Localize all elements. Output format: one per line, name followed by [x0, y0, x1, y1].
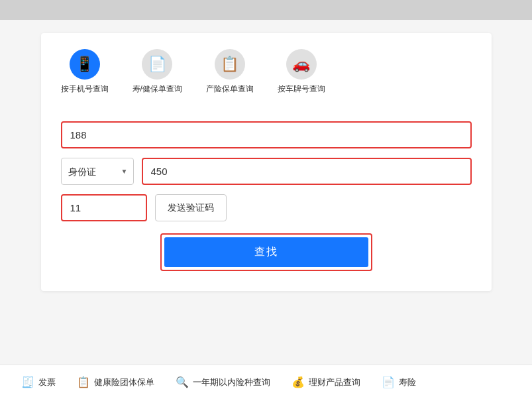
phone-input[interactable] — [62, 123, 470, 147]
tab-life-icon: 📄 — [142, 49, 172, 80]
footer-short-label: 一年期以内险种查询 — [193, 376, 270, 388]
tab-property-label: 产险保单查询 — [206, 84, 254, 95]
tab-row: 📱 按手机号查询 📄 寿/健保单查询 📋 产险保单查询 🚗 按车牌号查询 — [61, 49, 472, 105]
id-number-field-wrapper — [142, 158, 472, 185]
id-type-select[interactable]: 身份证 护照 港澳通行证 — [68, 160, 127, 184]
tab-car-label: 按车牌号查询 — [278, 84, 325, 95]
tab-phone-label: 按手机号查询 — [61, 84, 109, 95]
search-icon: 🔍 — [176, 376, 189, 388]
footer-short-term[interactable]: 🔍 一年期以内险种查询 — [165, 376, 281, 388]
footer-invoice-label: 发票 — [38, 376, 56, 388]
footer-group[interactable]: 📋 健康险团体保单 — [66, 376, 165, 388]
search-btn-wrapper: 查找 — [160, 233, 372, 271]
tab-life[interactable]: 📄 寿/健保单查询 — [133, 49, 182, 95]
footer-wealth-label: 理财产品查询 — [309, 376, 360, 388]
id-type-select-wrapper[interactable]: 身份证 护照 港澳通行证 ▼ — [61, 158, 134, 185]
life2-icon: 📄 — [382, 376, 395, 388]
query-card: 📱 按手机号查询 📄 寿/健保单查询 📋 产险保单查询 🚗 按车牌号查询 — [41, 33, 492, 291]
group-icon: 📋 — [77, 376, 90, 388]
footer-life2[interactable]: 📄 寿险 — [371, 376, 427, 388]
send-code-button[interactable]: 发送验证码 — [155, 194, 227, 221]
search-btn-area: 查找 — [61, 231, 472, 271]
tab-phone-icon: 📱 — [70, 49, 100, 80]
verification-code-input[interactable] — [62, 196, 146, 220]
footer-bar: 🧾 发票 📋 健康险团体保单 🔍 一年期以内险种查询 💰 理财产品查询 📄 寿险 — [0, 365, 532, 399]
invoice-icon: 🧾 — [21, 376, 34, 388]
tab-property-icon: 📋 — [215, 49, 245, 80]
id-number-input[interactable] — [143, 159, 470, 184]
footer-life2-label: 寿险 — [399, 376, 416, 388]
tab-car-icon: 🚗 — [286, 49, 317, 80]
tab-property[interactable]: 📋 产险保单查询 — [206, 49, 254, 95]
footer-group-label: 健康险团体保单 — [94, 376, 154, 388]
search-button[interactable]: 查找 — [164, 237, 368, 267]
main-content: 📱 按手机号查询 📄 寿/健保单查询 📋 产险保单查询 🚗 按车牌号查询 — [0, 20, 532, 365]
id-row: 身份证 护照 港澳通行证 ▼ — [61, 158, 472, 185]
footer-invoice[interactable]: 🧾 发票 — [11, 376, 66, 388]
verification-code-field-wrapper — [61, 194, 147, 221]
tab-phone[interactable]: 📱 按手机号查询 — [61, 49, 109, 95]
footer-wealth[interactable]: 💰 理财产品查询 — [281, 376, 371, 388]
code-row: 发送验证码 — [61, 194, 472, 221]
wealth-icon: 💰 — [292, 376, 305, 388]
tab-car[interactable]: 🚗 按车牌号查询 — [278, 49, 325, 95]
form-section: 身份证 护照 港澳通行证 ▼ 发送验证码 — [61, 121, 472, 271]
phone-field-wrapper — [61, 121, 472, 148]
top-bar — [0, 0, 532, 20]
tab-life-label: 寿/健保单查询 — [133, 84, 182, 95]
